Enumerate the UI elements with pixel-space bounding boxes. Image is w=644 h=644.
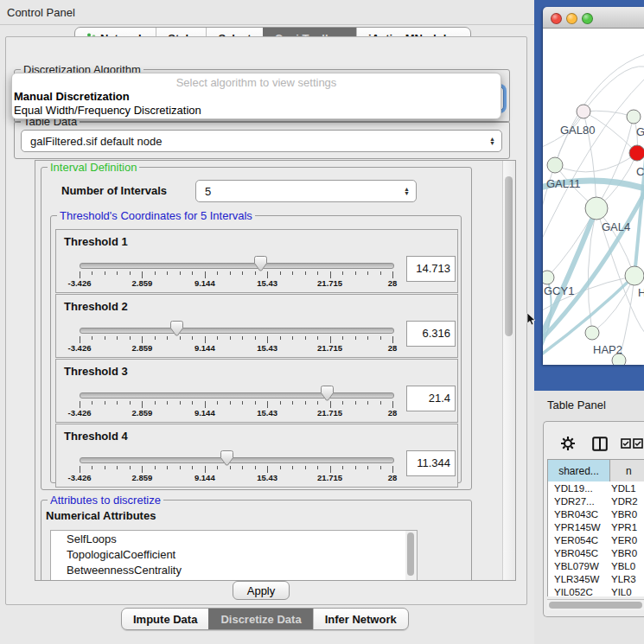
slider-thumb[interactable]: [170, 321, 183, 336]
column-header-name[interactable]: n: [610, 460, 644, 482]
checkbox-icon[interactable]: [633, 438, 643, 449]
slider-tick-labels: -3.4262.8599.14415.4321.71528: [80, 473, 392, 483]
table-row[interactable]: YIL052CYIL0: [548, 585, 644, 596]
slider-title: Threshold 4: [64, 430, 128, 443]
interval-definition-title: Interval Definition: [48, 161, 139, 174]
cell-name: YDR2: [611, 496, 644, 507]
popup-item-manual-discretization[interactable]: Manual Discretization: [14, 90, 130, 103]
slider-panel-threshold-1: Threshold 1-3.4262.8599.14415.4321.71528…: [55, 229, 458, 293]
network-node-gal4[interactable]: [585, 197, 608, 220]
table-rows: YDL19...YDL1YDR27...YDR2YBR043CYBR0YPR14…: [547, 481, 644, 596]
tab-label: Infer Network: [325, 613, 397, 626]
slider-panel-threshold-4: Threshold 4-3.4262.8599.14415.4321.71528…: [55, 424, 458, 488]
network-node-label: C: [636, 165, 644, 178]
table-horizontal-scrollbar[interactable]: [547, 599, 644, 610]
zoom-traffic-light[interactable]: [582, 13, 593, 24]
table-row[interactable]: YLR345WYLR3: [548, 572, 644, 585]
cell-shared-name: YER054C: [548, 535, 611, 545]
network-node-gal80[interactable]: [577, 105, 590, 118]
table-scrollbar-thumb[interactable]: [549, 602, 642, 609]
slider-thumb[interactable]: [254, 256, 267, 271]
attributes-scrollbar-thumb[interactable]: [407, 532, 414, 576]
apply-button[interactable]: Apply: [233, 581, 290, 600]
slider-thumb[interactable]: [321, 386, 334, 401]
slider-ticks: [80, 271, 392, 278]
network-node-h[interactable]: [625, 266, 644, 285]
cell-shared-name: YDL19...: [548, 483, 611, 494]
split-view-icon[interactable]: [592, 437, 608, 451]
algorithm-placeholder: Select algorithm to view settings: [12, 76, 501, 89]
network-node-ga[interactable]: [627, 110, 641, 124]
column-header-shared-name[interactable]: shared...: [548, 460, 610, 482]
numerical-attributes-label: Numerical Attributes: [46, 509, 156, 522]
control-panel-title: Control Panel: [7, 6, 75, 19]
network-node-hap2[interactable]: [585, 326, 599, 340]
network-canvas[interactable]: GAL80GACGAL11GAL4GCY1HHAP2: [543, 29, 644, 365]
network-node-unlabeled[interactable]: [612, 354, 626, 365]
cell-name: YIL0: [611, 587, 644, 597]
table-header-row: shared... n: [547, 459, 644, 483]
network-node-label: GAL4: [602, 220, 630, 233]
attribute-item-selfloops[interactable]: SelfLoops: [51, 531, 406, 546]
network-edge[interactable]: [555, 153, 637, 172]
cell-shared-name: YBL079W: [548, 561, 611, 571]
tab-label: Discretize Data: [220, 613, 301, 626]
tab-impute-data[interactable]: Impute Data: [122, 609, 208, 629]
number-of-intervals-combobox[interactable]: 5 ▲▼: [195, 180, 417, 202]
cell-shared-name: YLR345W: [548, 574, 611, 584]
table-row[interactable]: YDR27...YDR2: [548, 494, 644, 507]
table-row[interactable]: YBR045CYBR0: [548, 546, 644, 559]
slider-track[interactable]: [80, 392, 394, 399]
slider-title: Threshold 3: [64, 365, 128, 378]
cell-shared-name: YBR043C: [548, 509, 611, 520]
table-data-value: galFiltered.sif default node: [30, 135, 162, 148]
threshold-value-field[interactable]: 21.4: [406, 386, 456, 411]
numerical-attributes-list[interactable]: SelfLoopsTopologicalCoefficientBetweenne…: [50, 530, 407, 581]
network-node-gal11[interactable]: [547, 157, 563, 173]
cell-shared-name: YDR27...: [548, 496, 611, 507]
slider-panel-threshold-3: Threshold 3-3.4262.8599.14415.4321.71528…: [55, 359, 458, 423]
slider-tick-labels: -3.4262.8599.14415.4321.71528: [80, 278, 392, 289]
gear-icon[interactable]: [561, 437, 575, 450]
bottom-tabbar: Impute DataDiscretize DataInfer Network: [121, 608, 409, 630]
attributes-scrollbar[interactable]: [405, 530, 418, 581]
table-row[interactable]: YER054CYER0: [548, 533, 644, 546]
settings-scrollbar-thumb[interactable]: [505, 176, 513, 336]
table-data-combobox[interactable]: galFiltered.sif default node ▲▼: [21, 130, 502, 152]
minimize-traffic-light[interactable]: [566, 13, 577, 24]
slider-panel-threshold-2: Threshold 2-3.4262.8599.14415.4321.71528…: [55, 294, 458, 358]
attributes-group-title: Attributes to discretize: [48, 494, 163, 507]
slider-ticks: [80, 466, 392, 473]
network-node-c[interactable]: [629, 145, 644, 161]
attribute-item-topologicalcoefficient[interactable]: TopologicalCoefficient: [51, 546, 406, 562]
table-row[interactable]: YBL079WYBL0: [548, 559, 644, 572]
tab-discretize-data[interactable]: Discretize Data: [208, 609, 312, 629]
settings-viewport: Interval Definition Number of Intervals …: [35, 160, 516, 581]
cell-name: YDL1: [611, 483, 644, 494]
slider-track[interactable]: [80, 457, 394, 463]
table-row[interactable]: YDL19...YDL1: [548, 481, 644, 494]
popup-item-equal-width[interactable]: Equal Width/Frequency Discretization: [14, 104, 201, 117]
attribute-item-betweennesscentrality[interactable]: BetweennessCentrality: [51, 562, 406, 577]
network-node-gcy1[interactable]: [543, 271, 554, 284]
number-of-intervals-value: 5: [205, 185, 211, 198]
network-window: GAL80GACGAL11GAL4GCY1HHAP2: [543, 7, 644, 365]
slider-track[interactable]: [80, 328, 394, 334]
threshold-value-field[interactable]: 6.316: [406, 321, 456, 347]
checkbox-icon[interactable]: [621, 438, 631, 449]
table-row[interactable]: YPR145WYPR1: [548, 520, 644, 533]
slider-ticks: [80, 336, 392, 343]
table-panel-title: Table Panel: [547, 399, 606, 411]
close-traffic-light[interactable]: [551, 13, 562, 24]
threshold-value-field[interactable]: 11.344: [406, 450, 456, 476]
slider-track[interactable]: [80, 263, 394, 269]
threshold-value-field[interactable]: 14.713: [406, 256, 456, 282]
thresholds-group-title: Threshold's Coordinates for 5 Intervals: [57, 209, 255, 222]
table-row[interactable]: YBR043CYBR0: [548, 507, 644, 520]
network-edge[interactable]: [592, 276, 634, 333]
settings-scrollbar[interactable]: [502, 161, 515, 580]
control-panel-titlebar: [0, 0, 534, 25]
slider-thumb[interactable]: [220, 450, 233, 466]
tab-infer-network[interactable]: Infer Network: [313, 609, 408, 629]
application-window: Control Panel × NetworkStyleSelectCyni T…: [0, 0, 644, 644]
